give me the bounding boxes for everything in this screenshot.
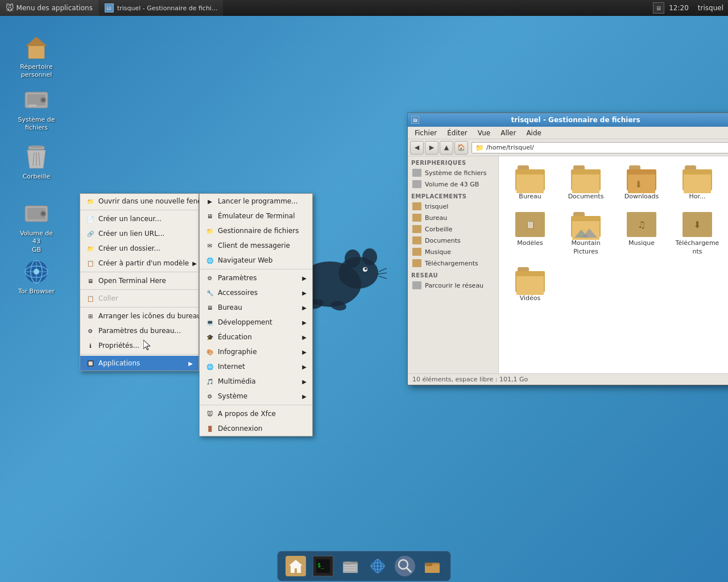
sub-filemanager[interactable]: 📁 Gestionnaire de fichiers	[200, 223, 312, 238]
fm-forward-button[interactable]: ▶	[425, 141, 439, 155]
fm-sidebar-musique[interactable]: Musique	[408, 246, 498, 257]
desktop-icon-system[interactable]: Système defichiers	[14, 84, 59, 135]
fm-menu-aller[interactable]: Aller	[496, 128, 520, 138]
ctx-arrange-icon: ⊞	[86, 311, 95, 321]
sub-settings[interactable]: ⚙ Paramètres ▶	[200, 271, 312, 285]
ctx-create-template[interactable]: 📋 Créer à partir d'un modèle ▶	[80, 256, 198, 271]
sub-inet-arrow: ▶	[302, 364, 307, 370]
sub-edu-arrow: ▶	[302, 334, 307, 340]
fm-file-documents[interactable]: Documents	[560, 162, 611, 204]
fm-sidebar-volume-icon	[412, 180, 421, 188]
sub-logout-icon: 🚪	[205, 424, 214, 433]
sub-about-xfce[interactable]: 🐭 A propos de Xfce	[200, 406, 312, 421]
fm-file-musique[interactable]: ♫ Musique	[616, 209, 667, 259]
fm-file-bureau[interactable]: Bureau	[504, 162, 556, 204]
desktop-icon-volume[interactable]: Volume de 43GB	[14, 198, 59, 256]
fm-sidebar-system-icon	[412, 169, 421, 177]
fm-sidebar-documents[interactable]: Documents	[408, 235, 498, 246]
panel-terminal-button[interactable]: $_	[311, 554, 336, 579]
ctx-create-folder[interactable]: 📁 Créer un dossier...	[80, 241, 198, 256]
taskbar-window-button[interactable]: 🗂 trisquel - Gestionnaire de fichi...	[98, 0, 224, 16]
home-svg	[24, 35, 49, 60]
desktop-icon-torbrowser[interactable]: Tor Browser	[14, 256, 59, 298]
sub-education[interactable]: 🎓 Éducation ▶	[200, 330, 312, 344]
sub-terminal[interactable]: 🖥 Émulateur de Terminal	[200, 209, 312, 223]
desktop-icon-trash[interactable]: Corbeille	[14, 141, 59, 183]
sub-msg-label: Client de messagerie	[218, 242, 290, 250]
sub-systeme[interactable]: ⚙ Système ▶	[200, 389, 312, 404]
fm-address-bar[interactable]: 📁 /home/trisquel/	[471, 142, 728, 153]
sub-logout[interactable]: 🚪 Déconnexion	[200, 421, 312, 436]
taskbar-top: 🐭 Menu des applications 🗂 trisquel - Ges…	[0, 0, 728, 16]
sub-dev-label: Développement	[218, 318, 272, 326]
fm-mountain-body-top	[572, 221, 599, 240]
fm-menu-fichier[interactable]: Fichier	[410, 128, 441, 138]
panel-fm-button[interactable]	[338, 554, 363, 579]
fm-sidebar-network[interactable]: Parcourir le réseau	[408, 280, 498, 291]
fm-home-button[interactable]: 🏠	[454, 141, 468, 155]
ctx-desktop-settings[interactable]: ⚙ Paramètres du bureau...	[80, 323, 198, 338]
fm-downloads-label: Downloads	[624, 193, 659, 201]
ctx-arrange[interactable]: ⊞ Arranger les icônes du bureau	[80, 309, 198, 323]
fm-menu-aide[interactable]: Aide	[522, 128, 546, 138]
app-menu-button[interactable]: 🐭 Menu des applications	[0, 0, 98, 16]
fm-menu-editer[interactable]: Éditer	[442, 128, 472, 138]
fm-documents-folder-icon	[571, 165, 601, 190]
ctx-properties[interactable]: ℹ Propriétés...	[80, 338, 198, 353]
sub-sep1	[200, 269, 312, 269]
ctx-open-new-window[interactable]: 📁 Ouvrir dans une nouvelle fenêtre	[80, 194, 198, 209]
tor-svg	[24, 259, 49, 284]
svg-rect-45	[344, 565, 357, 566]
fm-up-button[interactable]: ▲	[440, 141, 453, 155]
sub-infographie[interactable]: 🎨 Infographie ▶	[200, 344, 312, 359]
ctx-create-url[interactable]: 🔗 Créer un lien URL...	[80, 226, 198, 241]
desktop-icon-home[interactable]: Répertoirepersonnel	[14, 31, 59, 82]
sub-launch[interactable]: ▶ Lancer le programme...	[200, 194, 312, 209]
sub-acc-arrow: ▶	[302, 290, 307, 296]
sub-multimedia[interactable]: 🎵 Multimédia ▶	[200, 374, 312, 389]
sub-accessories[interactable]: 🔧 Accessoires ▶	[200, 285, 312, 300]
svg-rect-57	[425, 563, 432, 566]
ctx-terminal-icon: 🖥	[86, 276, 95, 285]
fm-file-telechargements[interactable]: ⬇ Téléchargements	[672, 209, 723, 259]
svg-line-32	[379, 273, 387, 274]
fm-sidebar-telechargements[interactable]: Téléchargements	[408, 257, 498, 269]
svg-rect-44	[345, 562, 351, 564]
sub-internet[interactable]: 🌐 Internet ▶	[200, 359, 312, 374]
fm-file-hor[interactable]: Hor...	[672, 162, 723, 204]
ctx-launcher-icon: 📄	[86, 214, 95, 223]
sub-bureau-arrow: ▶	[302, 305, 307, 311]
tray-icon-screen[interactable]: 🖥	[653, 2, 664, 14]
fm-sidebar-system-fs[interactable]: Système de fichiers	[408, 167, 498, 178]
sub-bureau-icon: 🖥	[205, 303, 214, 312]
fm-menu-vue[interactable]: Vue	[473, 128, 495, 138]
fm-sidebar-corbeille[interactable]: Corbeille	[408, 223, 498, 235]
ctx-applications[interactable]: 🔲 Applications ▶	[80, 356, 198, 371]
fm-file-modeles[interactable]: 📋 Modèles	[504, 209, 556, 259]
fm-sidebar-volume[interactable]: Volume de 43 GB	[408, 178, 498, 190]
ctx-terminal[interactable]: 🖥 Open Terminal Here	[80, 273, 198, 288]
panel-folder-button[interactable]	[420, 554, 445, 579]
sub-webbrowser[interactable]: 🌐 Navigateur Web	[200, 253, 312, 268]
sub-bureau[interactable]: 🖥 Bureau ▶	[200, 300, 312, 315]
ctx-create-launcher[interactable]: 📄 Créer un lanceur...	[80, 211, 198, 226]
fm-statusbar-text: 10 éléments, espace libre : 101,1 Go	[412, 376, 528, 383]
fm-hor-body	[682, 169, 712, 190]
fm-sidebar-trisquel[interactable]: trisquel	[408, 201, 498, 212]
panel-search-button[interactable]	[392, 554, 417, 579]
panel-home-button[interactable]	[283, 554, 308, 579]
fm-sidebar-bureau[interactable]: Bureau	[408, 212, 498, 223]
sub-sys-label: Système	[218, 392, 247, 400]
home-icon-label: Répertoirepersonnel	[20, 63, 52, 80]
sub-messaging[interactable]: ✉ Client de messagerie	[200, 238, 312, 253]
panel-web-button[interactable]	[365, 554, 390, 579]
fm-file-videos[interactable]: Vidéos	[504, 264, 556, 306]
fm-tel-icon: ⬇	[682, 212, 712, 237]
fm-file-mountain[interactable]: Mountain Pictures	[560, 209, 611, 259]
fm-downloads-folder-icon: ⬇	[627, 165, 656, 190]
fm-sidebar-network-icon	[412, 281, 421, 289]
sub-development[interactable]: 💻 Développement ▶	[200, 315, 312, 330]
fm-back-button[interactable]: ◀	[410, 141, 424, 155]
fm-file-downloads[interactable]: ⬇ Downloads	[616, 162, 667, 204]
volume-label: Volume de 43GB	[16, 230, 57, 254]
